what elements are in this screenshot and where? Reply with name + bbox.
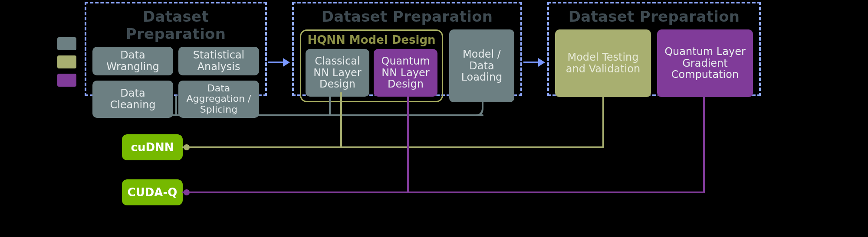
arrow-2-to-3 [523,57,546,68]
svg-point-1 [184,144,190,150]
legend-swatch-classical [57,37,76,50]
box-model-data-loading: Model / Data Loading [449,29,514,102]
stage-dataset-prep-2: Dataset Preparation HQNN Model Design Cl… [292,2,522,96]
box-quantum-gradient-computation: Quantum Layer Gradient Computation [657,29,753,97]
hqnn-group: HQNN Model Design Classical NN Layer Des… [300,29,443,102]
stage-1-title: Dataset Preparation [92,8,259,42]
svg-point-2 [184,189,190,195]
box-data-aggregation-splicing: Data Aggregation / Splicing [178,81,259,118]
pill-cudaq: CUDA-Q [122,179,183,205]
box-model-testing-validation: Model Testing and Validation [555,29,651,97]
legend [57,37,76,87]
box-classical-nn-layer: Classical NN Layer Design [306,49,369,97]
stage-dataset-prep-3: Dataset Preparation Model Testing and Va… [547,2,761,96]
stage-dataset-prep-1: Dataset Preparation Data Wrangling Stati… [85,2,267,96]
box-statistical-analysis: Statistical Analysis [178,47,259,75]
pill-cudnn: cuDNN [122,134,183,160]
box-data-cleaning: Data Cleaning [92,81,173,118]
legend-swatch-hybrid [57,55,76,68]
arrow-1-to-2 [268,57,291,68]
hqnn-title: HQNN Model Design [306,33,437,46]
box-data-wrangling: Data Wrangling [92,47,173,75]
box-quantum-nn-layer: Quantum NN Layer Design [374,49,437,97]
legend-swatch-quantum [57,74,76,87]
stage-3-title: Dataset Preparation [555,8,753,25]
stage-2-title: Dataset Preparation [300,8,514,25]
